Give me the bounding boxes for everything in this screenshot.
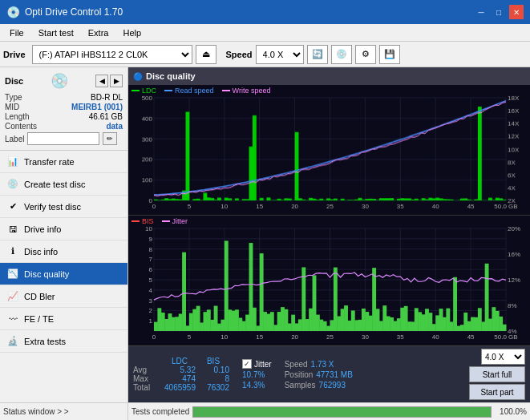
jitter-label: Jitter bbox=[254, 360, 272, 369]
extra-tests-icon: 🔬 bbox=[6, 335, 19, 348]
chart1-canvas bbox=[128, 85, 530, 215]
disc-header: Disc 💿 ◀ ▶ bbox=[5, 72, 123, 90]
disc-mid-row: MID MEIRB1 (001) bbox=[5, 103, 123, 111]
disc-button[interactable]: 💿 bbox=[331, 45, 352, 64]
drive-select[interactable]: (F:) ATAPI iHBS112 2 CL0K bbox=[32, 45, 192, 64]
speed-stat-label: Speed bbox=[285, 360, 308, 369]
speed-select[interactable]: 4.0 X bbox=[256, 45, 304, 64]
eject-button[interactable]: ⏏ bbox=[196, 45, 216, 64]
stat-avg-label: Avg bbox=[133, 365, 162, 374]
stat-max-bis: 8 bbox=[197, 374, 229, 383]
position-label: Position bbox=[285, 370, 314, 379]
menu-help[interactable]: Help bbox=[116, 26, 148, 39]
disc-info-icon: ℹ bbox=[6, 245, 19, 258]
label-edit-btn[interactable]: ✏ bbox=[103, 132, 117, 145]
legend-bis: BIS bbox=[131, 217, 154, 225]
stat-avg-bis: 0.10 bbox=[197, 365, 229, 374]
titlebar: 💿 Opti Drive Control 1.70 ─ □ ✕ bbox=[0, 0, 530, 24]
start-full-button[interactable]: Start full bbox=[469, 366, 525, 382]
transfer-rate-icon: 📊 bbox=[6, 155, 19, 168]
start-part-button[interactable]: Start part bbox=[469, 384, 525, 400]
progress-bar-area: Tests completed 100.0% bbox=[128, 402, 530, 420]
save-button[interactable]: 💾 bbox=[379, 45, 400, 64]
quality-header: 🔵 Disc quality bbox=[128, 67, 530, 85]
menu-start-test[interactable]: Start test bbox=[32, 26, 80, 39]
drive-label: Drive bbox=[3, 50, 26, 59]
main: Disc 💿 ◀ ▶ Type BD-R DL MID MEIRB1 (001)… bbox=[0, 67, 530, 420]
refresh-button[interactable]: 🔄 bbox=[307, 45, 328, 64]
disc-panel: Disc 💿 ◀ ▶ Type BD-R DL MID MEIRB1 (001)… bbox=[0, 67, 127, 151]
speed-label: Speed bbox=[226, 50, 253, 59]
disc-icon: 💿 bbox=[51, 72, 68, 90]
chart2-canvas bbox=[128, 216, 530, 345]
create-test-disc-icon: 💿 bbox=[6, 178, 19, 191]
legend-write-speed: Write speed bbox=[222, 87, 271, 95]
cd-bler-icon: 📈 bbox=[6, 290, 19, 303]
stat-total-bis: 76302 bbox=[197, 383, 229, 392]
jitter-section: ✓ Jitter 10.7% 14.3% bbox=[242, 359, 272, 390]
nav-item-extra-tests[interactable]: 🔬 Extra tests bbox=[0, 330, 127, 353]
chart-speed-dropdown[interactable]: 4.0 X bbox=[481, 349, 525, 365]
settings-button[interactable]: ⚙ bbox=[355, 45, 376, 64]
jitter-header: ✓ Jitter bbox=[242, 359, 272, 369]
stat-total-ldc: 4065959 bbox=[164, 383, 196, 392]
nav-item-create-test-disc[interactable]: 💿 Create test disc bbox=[0, 173, 127, 196]
legend-read-speed: Read speed bbox=[164, 87, 214, 95]
titlebar-title: 💿 Opti Drive Control 1.70 bbox=[6, 6, 123, 18]
content-area: 🔵 Disc quality LDC Read speed bbox=[128, 67, 530, 420]
maximize-button[interactable]: □ bbox=[492, 5, 506, 19]
jitter-checkbox[interactable]: ✓ bbox=[242, 359, 252, 369]
stat-max-label: Max bbox=[133, 374, 162, 383]
chart1-container: LDC Read speed Write speed bbox=[128, 85, 530, 216]
toolbar: Drive (F:) ATAPI iHBS112 2 CL0K ⏏ Speed … bbox=[0, 42, 530, 67]
minimize-button[interactable]: ─ bbox=[474, 5, 488, 19]
jitter-avg-val: 10.7% bbox=[242, 370, 265, 379]
disc-type-row: Type BD-R DL bbox=[5, 93, 123, 102]
stats-table: LDC BIS Avg 5.32 0.10 Max 474 8 Total 40… bbox=[133, 357, 229, 392]
stat-total-label: Total bbox=[133, 383, 162, 392]
jitter-max-val: 14.3% bbox=[242, 381, 265, 390]
stats-bar: LDC BIS Avg 5.32 0.10 Max 474 8 Total 40… bbox=[128, 345, 530, 402]
verify-test-disc-icon: ✔ bbox=[6, 200, 19, 213]
chart2-legend: BIS Jitter bbox=[131, 217, 188, 225]
progress-text: 100.0% bbox=[495, 407, 527, 416]
menu-file[interactable]: File bbox=[3, 26, 30, 39]
legend-bis-color bbox=[131, 220, 140, 222]
legend-write-color bbox=[222, 90, 230, 91]
disc-action-btn1[interactable]: ◀ bbox=[95, 75, 108, 87]
stat-col-empty bbox=[133, 357, 162, 365]
nav-item-fe-te[interactable]: 〰 FE / TE bbox=[0, 308, 127, 330]
legend-read-color bbox=[164, 90, 172, 91]
quality-header-icon: 🔵 bbox=[133, 72, 143, 81]
nav-item-disc-info[interactable]: ℹ Disc info bbox=[0, 240, 127, 263]
nav-item-disc-quality[interactable]: 📉 Disc quality bbox=[0, 263, 127, 285]
label-input[interactable] bbox=[27, 132, 99, 145]
sidebar-status-bar: Status window > > bbox=[0, 402, 127, 420]
nav-item-transfer-rate[interactable]: 📊 Transfer rate bbox=[0, 151, 127, 173]
position-value: 47731 MB bbox=[316, 370, 353, 379]
disc-quality-icon: 📉 bbox=[6, 268, 19, 281]
legend-jitter: Jitter bbox=[162, 217, 188, 225]
samples-row: Samples 762993 bbox=[285, 381, 353, 390]
stat-ldc-head: LDC bbox=[164, 357, 196, 365]
position-row: Position 47731 MB bbox=[285, 370, 353, 379]
controls-section: 4.0 X Start full Start part bbox=[469, 349, 525, 400]
legend-jitter-color bbox=[162, 220, 170, 222]
quality-title: Disc quality bbox=[146, 71, 196, 81]
stat-avg-ldc: 5.32 bbox=[164, 365, 196, 374]
jitter-avg-row: 10.7% bbox=[242, 370, 272, 379]
disc-action-btn2[interactable]: ▶ bbox=[110, 75, 123, 87]
close-button[interactable]: ✕ bbox=[509, 5, 524, 19]
progress-bar-track bbox=[192, 406, 492, 418]
samples-label: Samples bbox=[285, 381, 316, 390]
nav-item-verify-test-disc[interactable]: ✔ Verify test disc bbox=[0, 196, 127, 218]
disc-title: Disc bbox=[5, 76, 23, 86]
menu-extra[interactable]: Extra bbox=[82, 26, 115, 39]
sidebar: Disc 💿 ◀ ▶ Type BD-R DL MID MEIRB1 (001)… bbox=[0, 67, 128, 420]
nav-item-cd-bler[interactable]: 📈 CD Bler bbox=[0, 285, 127, 308]
fe-te-icon: 〰 bbox=[6, 313, 19, 325]
nav-item-drive-info[interactable]: 🖫 Drive info bbox=[0, 218, 127, 240]
chart2-container: BIS Jitter bbox=[128, 216, 530, 345]
speed-row: Speed 1.73 X bbox=[285, 360, 353, 369]
status-window-btn[interactable]: Status window > > bbox=[3, 407, 69, 416]
